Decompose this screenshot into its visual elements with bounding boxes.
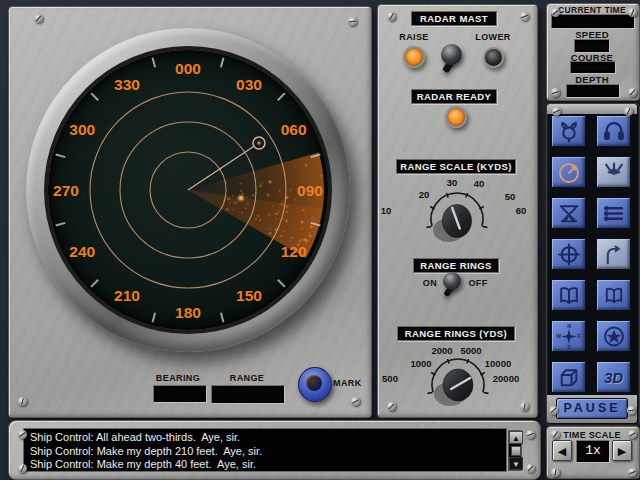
bearing-label-270: 270 bbox=[53, 182, 79, 199]
contact-center-dot bbox=[257, 141, 261, 145]
lower-label: LOWER bbox=[472, 32, 514, 42]
screw-icon bbox=[526, 464, 535, 473]
3d-view-label: 3D bbox=[604, 369, 623, 386]
console-scrollbar[interactable]: ▲ ▼ bbox=[508, 430, 522, 471]
range-display bbox=[211, 385, 285, 404]
screw-icon bbox=[387, 402, 396, 411]
svg-text:E: E bbox=[577, 333, 581, 339]
screw-icon bbox=[520, 12, 529, 21]
scroll-up-button[interactable]: ▲ bbox=[509, 431, 523, 444]
svg-text:N: N bbox=[567, 324, 571, 329]
bearing-label-000: 000 bbox=[175, 60, 201, 77]
bearing-label-330: 330 bbox=[114, 76, 140, 93]
screw-icon bbox=[627, 406, 636, 415]
screw-icon bbox=[628, 430, 637, 439]
screw-icon bbox=[549, 406, 558, 415]
raise-label: RAISE bbox=[395, 32, 433, 42]
range-scale-option-30: 30 bbox=[447, 177, 458, 188]
screw-icon bbox=[520, 402, 529, 411]
station-button-3d-view[interactable]: 3D bbox=[596, 361, 631, 393]
range-scale-option-50: 50 bbox=[505, 191, 516, 202]
station-button-tma[interactable] bbox=[596, 197, 631, 229]
bearing-display bbox=[153, 385, 207, 403]
scrollbar-thumb[interactable] bbox=[511, 446, 521, 456]
screw-icon bbox=[552, 107, 561, 116]
lower-lamp-icon bbox=[483, 47, 504, 68]
station-button-navigation[interactable] bbox=[551, 238, 586, 270]
console-message-0: Ship Control: All ahead two-thirds. Aye,… bbox=[30, 431, 506, 445]
range-rings-yds-option-10000: 10000 bbox=[485, 358, 511, 369]
station-button-periscope[interactable] bbox=[551, 197, 586, 229]
range-label: RANGE bbox=[211, 373, 283, 383]
bearing-label-210: 210 bbox=[114, 287, 140, 304]
scroll-down-button[interactable]: ▼ bbox=[509, 457, 523, 470]
time-scale-decrease-button[interactable]: ◀ bbox=[552, 440, 572, 461]
bearing-label-150: 150 bbox=[236, 287, 262, 304]
range-scale-option-40: 40 bbox=[474, 178, 485, 189]
bearing-label-090: 090 bbox=[297, 182, 323, 199]
screw-icon bbox=[526, 430, 535, 439]
screw-icon bbox=[628, 88, 637, 97]
toggle-knob bbox=[443, 272, 461, 290]
periscope-icon bbox=[556, 201, 582, 226]
bearing-label-300: 300 bbox=[69, 121, 95, 138]
screw-icon bbox=[18, 464, 27, 473]
station-button-helm[interactable] bbox=[551, 115, 586, 147]
weapons-arrows-icon bbox=[601, 160, 627, 185]
radar-mast-toggle[interactable] bbox=[436, 42, 470, 78]
toggle-knob bbox=[441, 44, 462, 65]
station-button-logbook[interactable] bbox=[551, 279, 586, 311]
station-button-sonar[interactable] bbox=[596, 115, 631, 147]
station-button-radar-active[interactable] bbox=[551, 156, 586, 188]
pause-button[interactable]: PAUSE bbox=[556, 398, 628, 419]
time-scale-display: 1x bbox=[576, 440, 610, 463]
time-scale-increase-button[interactable]: ▶ bbox=[612, 440, 632, 461]
station-button-library[interactable] bbox=[596, 279, 631, 311]
radar-ready-title: RADAR READY bbox=[411, 89, 497, 104]
bearing-label-030: 030 bbox=[236, 76, 262, 93]
depth-display bbox=[566, 84, 620, 98]
range-rings-toggle[interactable] bbox=[438, 270, 470, 304]
launch-curve-arrow-icon bbox=[601, 242, 627, 267]
range-rings-yds-title: RANGE RINGS (YDS) bbox=[397, 326, 515, 341]
compass-rose-icon: N S W E bbox=[556, 324, 582, 349]
range-rings-yds-option-20000: 20000 bbox=[493, 373, 519, 384]
current-time-display bbox=[551, 14, 635, 29]
screw-icon bbox=[628, 8, 637, 17]
range-scale-option-10: 10 bbox=[381, 205, 392, 216]
sonar-headphones-icon bbox=[601, 119, 627, 144]
range-rings-yds-knob[interactable] bbox=[415, 343, 501, 429]
radar-scope[interactable]: 000030060090120150180210240270300330 bbox=[48, 50, 328, 330]
range-scale-title: RANGE SCALE (KYDS) bbox=[396, 159, 516, 174]
range-scale-option-20: 20 bbox=[419, 189, 430, 200]
bearing-label-060: 060 bbox=[281, 121, 307, 138]
range-rings-yds-option-2000: 2000 bbox=[431, 345, 452, 356]
station-button-compass[interactable]: N S W E bbox=[551, 320, 586, 352]
screw-icon bbox=[348, 17, 357, 26]
station-button-launch[interactable] bbox=[596, 238, 631, 270]
range-rings-yds-option-5000: 5000 bbox=[460, 345, 481, 356]
range-scale-option-60: 60 bbox=[516, 205, 527, 216]
speed-display bbox=[574, 39, 610, 53]
screw-icon bbox=[387, 12, 396, 21]
station-button-weapons[interactable] bbox=[596, 156, 631, 188]
radar-blip bbox=[239, 196, 243, 200]
radar-station-screen: 000030060090120150180210240270300330 BEA… bbox=[0, 0, 640, 480]
screw-icon bbox=[551, 88, 560, 97]
svg-text:S: S bbox=[567, 343, 571, 348]
radar-ready-lamp-icon bbox=[445, 106, 467, 128]
screw-icon bbox=[551, 468, 560, 477]
station-button-map[interactable] bbox=[551, 361, 586, 393]
screw-icon bbox=[551, 8, 560, 17]
mark-button[interactable] bbox=[298, 367, 332, 402]
bearing-label-180: 180 bbox=[175, 304, 201, 321]
screw-icon bbox=[18, 397, 27, 406]
bearing-label-120: 120 bbox=[281, 243, 307, 260]
bearing-label-240: 240 bbox=[69, 243, 95, 260]
bearing-label: BEARING bbox=[148, 373, 208, 383]
station-button-medals[interactable] bbox=[596, 320, 631, 352]
screw-icon bbox=[351, 397, 360, 406]
screw-icon bbox=[628, 468, 637, 477]
navigation-crosshair-icon bbox=[556, 242, 582, 267]
raise-lamp-icon bbox=[403, 46, 425, 68]
